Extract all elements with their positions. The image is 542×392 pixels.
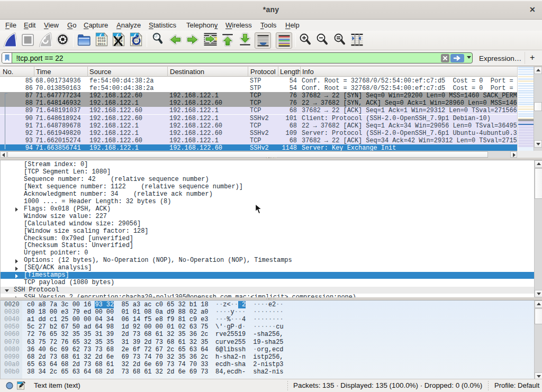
svg-text:0011: 0011: [98, 42, 106, 46]
